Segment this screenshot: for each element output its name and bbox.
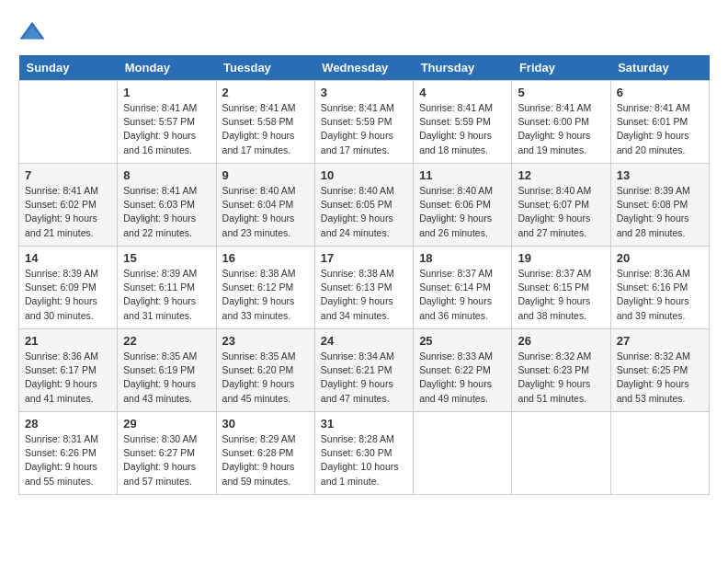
day-cell: 16Sunrise: 8:38 AM Sunset: 6:12 PM Dayli…	[216, 247, 314, 329]
day-cell: 8Sunrise: 8:41 AM Sunset: 6:03 PM Daylig…	[118, 164, 216, 247]
day-number: 17	[321, 251, 407, 265]
day-info: Sunrise: 8:39 AM Sunset: 6:11 PM Dayligh…	[123, 267, 210, 323]
day-number: 2	[222, 86, 309, 99]
day-info: Sunrise: 8:40 AM Sunset: 6:05 PM Dayligh…	[321, 184, 407, 240]
col-header-saturday: Saturday	[610, 55, 709, 81]
day-info: Sunrise: 8:41 AM Sunset: 6:03 PM Dayligh…	[123, 184, 210, 240]
day-info: Sunrise: 8:34 AM Sunset: 6:21 PM Dayligh…	[321, 350, 407, 406]
day-info: Sunrise: 8:30 AM Sunset: 6:27 PM Dayligh…	[123, 432, 210, 488]
day-number: 31	[321, 417, 407, 431]
day-info: Sunrise: 8:41 AM Sunset: 5:59 PM Dayligh…	[321, 101, 407, 157]
day-cell: 22Sunrise: 8:35 AM Sunset: 6:19 PM Dayli…	[118, 329, 216, 412]
day-info: Sunrise: 8:40 AM Sunset: 6:04 PM Dayligh…	[222, 184, 309, 240]
day-number: 15	[123, 251, 210, 265]
day-info: Sunrise: 8:41 AM Sunset: 5:57 PM Dayligh…	[123, 101, 210, 157]
col-header-friday: Friday	[512, 55, 610, 81]
day-info: Sunrise: 8:41 AM Sunset: 6:00 PM Dayligh…	[518, 101, 604, 157]
day-number: 10	[321, 168, 407, 182]
day-info: Sunrise: 8:39 AM Sunset: 6:09 PM Dayligh…	[25, 267, 111, 323]
day-number: 7	[25, 168, 111, 182]
day-cell: 29Sunrise: 8:30 AM Sunset: 6:27 PM Dayli…	[118, 412, 216, 495]
day-cell: 9Sunrise: 8:40 AM Sunset: 6:04 PM Daylig…	[216, 164, 314, 247]
day-cell: 6Sunrise: 8:41 AM Sunset: 6:01 PM Daylig…	[610, 81, 709, 164]
day-number: 29	[123, 417, 210, 431]
day-number: 9	[222, 168, 309, 182]
day-cell: 20Sunrise: 8:36 AM Sunset: 6:16 PM Dayli…	[610, 247, 709, 329]
day-info: Sunrise: 8:38 AM Sunset: 6:12 PM Dayligh…	[222, 267, 309, 323]
day-number: 27	[617, 334, 703, 348]
logo	[18, 18, 51, 46]
day-info: Sunrise: 8:37 AM Sunset: 6:15 PM Dayligh…	[518, 267, 604, 323]
day-info: Sunrise: 8:41 AM Sunset: 5:59 PM Dayligh…	[419, 101, 506, 157]
day-number: 18	[419, 251, 506, 265]
day-info: Sunrise: 8:39 AM Sunset: 6:08 PM Dayligh…	[617, 184, 703, 240]
page-header	[18, 18, 710, 46]
col-header-wednesday: Wednesday	[314, 55, 413, 81]
day-cell	[610, 412, 709, 495]
day-number: 1	[123, 86, 210, 99]
day-number: 30	[222, 417, 309, 431]
day-info: Sunrise: 8:29 AM Sunset: 6:28 PM Dayligh…	[222, 432, 309, 488]
day-cell: 25Sunrise: 8:33 AM Sunset: 6:22 PM Dayli…	[414, 329, 512, 412]
day-cell: 15Sunrise: 8:39 AM Sunset: 6:11 PM Dayli…	[118, 247, 216, 329]
day-info: Sunrise: 8:33 AM Sunset: 6:22 PM Dayligh…	[419, 350, 506, 406]
day-number: 4	[419, 86, 506, 99]
day-cell	[414, 412, 512, 495]
week-row-1: 1Sunrise: 8:41 AM Sunset: 5:57 PM Daylig…	[19, 81, 710, 164]
day-info: Sunrise: 8:36 AM Sunset: 6:16 PM Dayligh…	[617, 267, 703, 323]
day-cell: 17Sunrise: 8:38 AM Sunset: 6:13 PM Dayli…	[314, 247, 413, 329]
day-info: Sunrise: 8:40 AM Sunset: 6:06 PM Dayligh…	[419, 184, 506, 240]
day-number: 3	[321, 86, 407, 99]
day-info: Sunrise: 8:35 AM Sunset: 6:20 PM Dayligh…	[222, 350, 309, 406]
col-header-monday: Monday	[118, 55, 216, 81]
day-number: 5	[518, 86, 604, 99]
day-cell: 1Sunrise: 8:41 AM Sunset: 5:57 PM Daylig…	[118, 81, 216, 164]
day-cell: 30Sunrise: 8:29 AM Sunset: 6:28 PM Dayli…	[216, 412, 314, 495]
day-cell: 5Sunrise: 8:41 AM Sunset: 6:00 PM Daylig…	[512, 81, 610, 164]
day-cell: 4Sunrise: 8:41 AM Sunset: 5:59 PM Daylig…	[414, 81, 512, 164]
day-number: 24	[321, 334, 407, 348]
week-row-4: 21Sunrise: 8:36 AM Sunset: 6:17 PM Dayli…	[19, 329, 710, 412]
day-number: 26	[518, 334, 604, 348]
day-number: 21	[25, 334, 111, 348]
day-info: Sunrise: 8:41 AM Sunset: 6:02 PM Dayligh…	[25, 184, 111, 240]
day-number: 23	[222, 334, 309, 348]
day-cell: 27Sunrise: 8:32 AM Sunset: 6:25 PM Dayli…	[610, 329, 709, 412]
day-number: 22	[123, 334, 210, 348]
day-info: Sunrise: 8:38 AM Sunset: 6:13 PM Dayligh…	[321, 267, 407, 323]
day-info: Sunrise: 8:35 AM Sunset: 6:19 PM Dayligh…	[123, 350, 210, 406]
day-cell: 2Sunrise: 8:41 AM Sunset: 5:58 PM Daylig…	[216, 81, 314, 164]
day-cell: 28Sunrise: 8:31 AM Sunset: 6:26 PM Dayli…	[19, 412, 118, 495]
day-info: Sunrise: 8:41 AM Sunset: 6:01 PM Dayligh…	[617, 101, 703, 157]
day-info: Sunrise: 8:40 AM Sunset: 6:07 PM Dayligh…	[518, 184, 604, 240]
day-cell: 18Sunrise: 8:37 AM Sunset: 6:14 PM Dayli…	[414, 247, 512, 329]
day-info: Sunrise: 8:32 AM Sunset: 6:25 PM Dayligh…	[617, 350, 703, 406]
day-cell	[19, 81, 118, 164]
week-row-5: 28Sunrise: 8:31 AM Sunset: 6:26 PM Dayli…	[19, 412, 710, 495]
week-row-3: 14Sunrise: 8:39 AM Sunset: 6:09 PM Dayli…	[19, 247, 710, 329]
day-number: 11	[419, 168, 506, 182]
day-number: 14	[25, 251, 111, 265]
day-info: Sunrise: 8:37 AM Sunset: 6:14 PM Dayligh…	[419, 267, 506, 323]
day-cell: 19Sunrise: 8:37 AM Sunset: 6:15 PM Dayli…	[512, 247, 610, 329]
col-header-tuesday: Tuesday	[216, 55, 314, 81]
day-cell: 31Sunrise: 8:28 AM Sunset: 6:30 PM Dayli…	[314, 412, 413, 495]
day-cell: 12Sunrise: 8:40 AM Sunset: 6:07 PM Dayli…	[512, 164, 610, 247]
day-number: 13	[617, 168, 703, 182]
week-row-2: 7Sunrise: 8:41 AM Sunset: 6:02 PM Daylig…	[19, 164, 710, 247]
header-row: SundayMondayTuesdayWednesdayThursdayFrid…	[19, 55, 710, 81]
day-number: 12	[518, 168, 604, 182]
day-info: Sunrise: 8:28 AM Sunset: 6:30 PM Dayligh…	[321, 432, 407, 488]
day-info: Sunrise: 8:41 AM Sunset: 5:58 PM Dayligh…	[222, 101, 309, 157]
calendar-table: SundayMondayTuesdayWednesdayThursdayFrid…	[18, 55, 710, 495]
day-number: 20	[617, 251, 703, 265]
day-number: 25	[419, 334, 506, 348]
day-cell: 24Sunrise: 8:34 AM Sunset: 6:21 PM Dayli…	[314, 329, 413, 412]
col-header-sunday: Sunday	[19, 55, 118, 81]
col-header-thursday: Thursday	[414, 55, 512, 81]
day-number: 28	[25, 417, 111, 431]
day-number: 19	[518, 251, 604, 265]
day-cell: 23Sunrise: 8:35 AM Sunset: 6:20 PM Dayli…	[216, 329, 314, 412]
day-cell: 7Sunrise: 8:41 AM Sunset: 6:02 PM Daylig…	[19, 164, 118, 247]
day-number: 8	[123, 168, 210, 182]
